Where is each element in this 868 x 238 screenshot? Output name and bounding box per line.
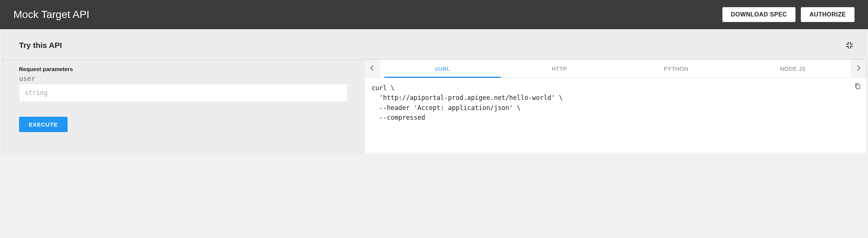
code-sample: curl \ 'http://apiportal-prod.apigee.net…	[365, 78, 866, 153]
panel-header: Try this API	[2, 31, 866, 60]
code-text: curl \ 'http://apiportal-prod.apigee.net…	[372, 84, 563, 121]
tabs-scroll-left-button[interactable]	[365, 60, 380, 77]
copy-icon[interactable]	[854, 82, 861, 89]
execute-button[interactable]: EXECUTE	[19, 117, 68, 132]
collapse-icon[interactable]	[846, 42, 853, 49]
request-parameters-label: Request parameters	[19, 66, 348, 72]
param-name-user: user	[19, 74, 348, 82]
param-input-user[interactable]	[19, 84, 348, 102]
page-title: Mock Target API	[13, 9, 89, 21]
download-spec-button[interactable]: DOWNLOAD SPEC	[722, 7, 796, 22]
tab-python[interactable]: PYTHON	[618, 60, 735, 77]
tab-curl[interactable]: cURL	[384, 60, 501, 77]
header-actions: DOWNLOAD SPEC AUTHORIZE	[722, 7, 855, 22]
svg-rect-0	[856, 85, 860, 89]
tab-http[interactable]: HTTP	[501, 60, 618, 77]
try-api-panel: Try this API Request parameters user EXE…	[1, 31, 867, 153]
app-header: Mock Target API DOWNLOAD SPEC AUTHORIZE	[0, 0, 868, 29]
chevron-left-icon	[370, 65, 374, 72]
tabs-scroll-right-button[interactable]	[851, 60, 866, 77]
code-tabs-row: cURL HTTP PYTHON NODE.JS	[365, 60, 866, 78]
tab-nodejs[interactable]: NODE.JS	[734, 60, 851, 77]
chevron-right-icon	[856, 65, 861, 72]
panel-title: Try this API	[19, 41, 62, 50]
authorize-button[interactable]: AUTHORIZE	[801, 7, 855, 22]
code-tabs: cURL HTTP PYTHON NODE.JS	[384, 60, 851, 77]
panel-body: Request parameters user EXECUTE cURL HTT…	[2, 60, 866, 153]
request-parameters-section: Request parameters user EXECUTE	[2, 60, 365, 153]
code-sample-section: cURL HTTP PYTHON NODE.JS curl \ 'http://…	[365, 60, 866, 153]
